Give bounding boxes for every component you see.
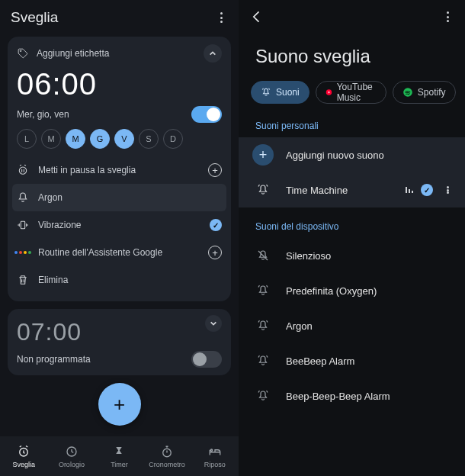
bell-ring-icon [256,389,270,403]
bell-ring-icon [256,284,270,298]
assistant-icon [17,246,29,259]
add-new-sound-row[interactable]: + Aggiungi nuovo suono [239,137,465,172]
sound-time-machine[interactable]: Time Machine [239,172,465,207]
alarm-toggle-2[interactable] [191,351,222,368]
chip-sounds[interactable]: Suoni [251,81,309,104]
vibration-label: Vibrazione [38,220,81,230]
day-lun[interactable]: L [17,129,37,149]
pause-alarm-icon [17,164,29,176]
alarm-2-status: Non programmata [17,354,91,365]
add-label-text: Aggiungi etichetta [37,48,109,59]
stopwatch-icon [160,445,174,458]
sound-default[interactable]: Predefinita (Oxygen) [239,273,465,308]
svg-point-0 [19,167,26,174]
chip-spotify[interactable]: Spotify [393,81,456,104]
delete-label: Elimina [38,275,68,285]
sound-label: Argon [286,320,454,332]
bell-ring-icon [256,354,270,368]
alarm-sound-label: Argon [38,192,63,203]
section-personal-sounds: Suoni personali [239,114,465,137]
sound-label: Predefinita (Oxygen) [286,285,454,297]
clock-icon [65,445,79,458]
selected-icon [421,184,433,196]
nav-stopwatch[interactable]: Cronometro [143,436,191,476]
add-icon: + [208,246,222,259]
vibration-icon [17,219,29,231]
nav-bedtime-label: Riposo [204,461,226,468]
day-sab[interactable]: S [139,129,159,149]
bottom-nav: Sveglia Orologio Timer Cronometro Riposo [0,436,239,476]
sound-argon[interactable]: Argon [239,308,465,343]
nav-clock-label: Orologio [59,461,85,468]
bell-ring-icon [261,87,271,98]
nav-clock[interactable]: Orologio [48,436,96,476]
alarm-time-2[interactable]: 07:00 [17,318,82,346]
day-dom[interactable]: D [163,129,183,149]
add-label-button[interactable]: Aggiungi etichetta [17,47,109,60]
alarm-toggle[interactable] [191,106,222,123]
chip-sounds-label: Suoni [276,87,300,98]
alarm-icon [17,445,30,458]
add-new-sound-label: Aggiungi nuovo suono [286,150,454,161]
nav-alarm[interactable]: Sveglia [0,436,48,476]
day-ven[interactable]: V [114,129,134,149]
sound-beebeep[interactable]: BeeBeep Alarm [239,343,465,378]
nav-timer[interactable]: Timer [95,436,143,476]
nav-stopwatch-label: Cronometro [149,461,185,468]
nav-alarm-label: Sveglia [13,461,36,468]
sound-beepbeepbeep[interactable]: Beep-Beep-Beep Alarm [239,378,465,413]
alarm-time[interactable]: 06:00 [17,67,222,101]
chip-spotify-label: Spotify [418,87,446,98]
tag-icon [17,47,29,60]
assistant-label: Routine dell'Assistente Google [38,247,162,258]
alarm-card-collapsed: 07:00 Non programmata [8,309,231,375]
day-mer[interactable]: M [66,129,85,149]
schedule-text: Mer, gio, ven [17,109,69,120]
overflow-menu-icon[interactable] [214,11,228,24]
alarm-card-expanded: Aggiungi etichetta 06:00 Mer, gio, ven L… [8,37,231,301]
day-gio[interactable]: G [90,129,110,149]
bell-ring-icon [256,183,270,197]
sound-label: BeeBeep Alarm [286,355,454,367]
trash-icon [17,274,29,286]
item-overflow-icon[interactable] [441,185,454,195]
delete-row[interactable]: Elimina [17,266,222,294]
bed-icon [208,445,222,458]
pause-alarm-row[interactable]: Metti in pausa la sveglia + [17,156,222,184]
check-icon [210,219,222,231]
add-icon: + [208,163,222,177]
collapse-button[interactable] [204,44,222,63]
spotify-icon [402,87,413,98]
bell-ring-icon [256,319,270,333]
chip-youtube[interactable]: YouTube Music [316,81,386,104]
bell-icon [17,191,29,204]
add-alarm-fab[interactable]: + [98,383,141,426]
assistant-routine-row[interactable]: Routine dell'Assistente Google + [17,239,222,266]
sound-label: Time Machine [286,185,393,196]
pause-alarm-label: Metti in pausa la sveglia [38,165,136,175]
bell-off-icon [256,249,270,262]
chip-youtube-label: YouTube Music [337,82,377,103]
alarm-sound-row[interactable]: Argon [12,184,226,211]
sound-silent[interactable]: Silenzioso [239,238,465,273]
day-mar[interactable]: M [41,129,61,149]
vibration-row[interactable]: Vibrazione [17,211,222,239]
section-device-sounds: Suoni del dispositivo [239,215,465,238]
svg-rect-1 [21,221,24,228]
nav-bedtime[interactable]: Riposo [191,436,239,476]
day-selector: L M M G V S D [17,129,222,149]
plus-icon: + [252,144,274,166]
sound-label: Beep-Beep-Beep Alarm [286,391,454,402]
overflow-menu-icon[interactable] [441,10,454,24]
equalizer-icon [406,187,413,193]
expand-button[interactable] [205,315,222,332]
nav-timer-label: Timer [111,461,128,468]
page-title: Suono sveglia [239,34,465,81]
hourglass-icon [112,445,126,458]
youtube-music-icon [326,87,332,98]
sound-label: Silenzioso [286,250,454,262]
app-title: Sveglia [11,9,58,26]
back-arrow-icon[interactable] [249,9,265,24]
